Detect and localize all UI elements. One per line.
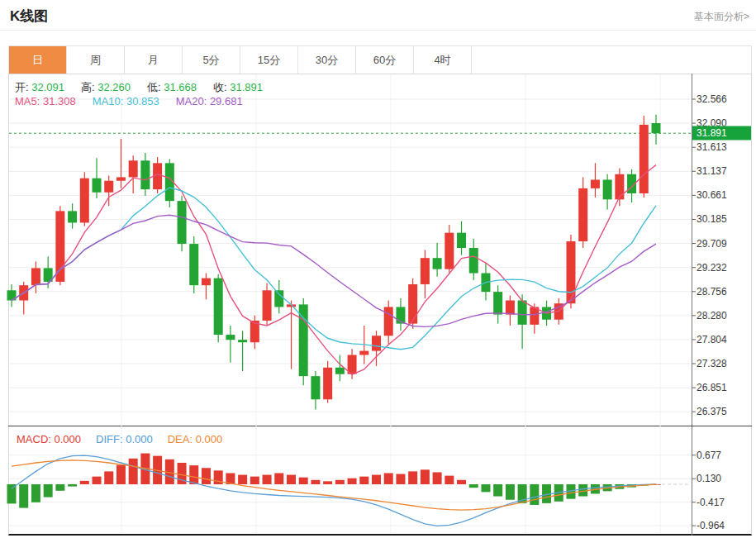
info-item: DIFF: 0.000 bbox=[96, 433, 153, 445]
chart-container[interactable] bbox=[8, 74, 752, 536]
info-item: MA10: 30.853 bbox=[93, 95, 159, 107]
ma-info-row: MA5: 31.308MA10: 30.853MA20: 29.681 bbox=[15, 95, 243, 107]
tabbar-filler bbox=[472, 46, 751, 74]
ohlc-info-row: 开: 32.091高: 32.260低: 31.668收: 31.891 bbox=[15, 80, 263, 95]
tab-15分[interactable]: 15分 bbox=[240, 46, 298, 74]
macd-tick-label: -0.417 bbox=[697, 497, 725, 508]
header-divider bbox=[0, 30, 756, 31]
tab-周[interactable]: 周 bbox=[67, 46, 125, 74]
macd-tick-label: -0.964 bbox=[697, 520, 725, 531]
fundamental-analysis-link[interactable]: 基本面分析> bbox=[694, 10, 749, 24]
tab-月[interactable]: 月 bbox=[125, 46, 183, 74]
info-item: 高: 32.260 bbox=[81, 80, 131, 95]
price-tick-label: 31.137 bbox=[697, 165, 727, 177]
macd-info-row: MACD: 0.000DIFF: 0.000DEA: 0.000 bbox=[17, 433, 222, 445]
info-item: MA5: 31.308 bbox=[15, 95, 76, 107]
page-title: K线图 bbox=[10, 7, 48, 26]
price-tick-label: 31.613 bbox=[697, 141, 727, 153]
tab-4时[interactable]: 4时 bbox=[414, 46, 472, 74]
price-tick-label: 28.756 bbox=[697, 286, 727, 298]
panel-separator bbox=[8, 426, 752, 426]
price-tick-label: 26.375 bbox=[697, 406, 727, 417]
info-item: DEA: 0.000 bbox=[168, 433, 223, 445]
tab-30分[interactable]: 30分 bbox=[298, 46, 356, 74]
macd-tick-label: 0.677 bbox=[697, 450, 721, 461]
info-item: 开: 32.091 bbox=[15, 80, 64, 95]
price-tick-label: 28.280 bbox=[697, 310, 727, 321]
price-tick-label: 32.566 bbox=[697, 93, 727, 105]
kline-app: K线图 基本面分析> 日周月5分15分30分60分4时 开: 32.091高: … bbox=[0, 0, 756, 538]
price-tick-label: 29.232 bbox=[697, 262, 727, 274]
tab-5分[interactable]: 5分 bbox=[183, 46, 240, 74]
price-tick-label: 26.851 bbox=[697, 382, 727, 393]
price-tick-label: 29.709 bbox=[697, 238, 727, 250]
price-tick-label: 30.661 bbox=[697, 189, 727, 201]
price-axis-line bbox=[692, 74, 692, 536]
period-tabbar: 日周月5分15分30分60分4时 bbox=[8, 45, 752, 74]
price-tick-label: 27.328 bbox=[697, 358, 727, 369]
tab-日[interactable]: 日 bbox=[9, 46, 67, 74]
last-price-tag: 31.891 bbox=[692, 126, 751, 140]
info-item: MACD: 0.000 bbox=[17, 433, 81, 445]
macd-tick-label: 0.130 bbox=[697, 473, 721, 484]
price-tick-label: 30.185 bbox=[697, 213, 727, 225]
info-item: 收: 31.891 bbox=[213, 80, 263, 95]
price-tick-label: 27.804 bbox=[697, 334, 727, 345]
info-item: 低: 31.668 bbox=[147, 80, 197, 95]
tab-60分[interactable]: 60分 bbox=[356, 46, 414, 74]
info-item: MA20: 29.681 bbox=[176, 95, 243, 107]
